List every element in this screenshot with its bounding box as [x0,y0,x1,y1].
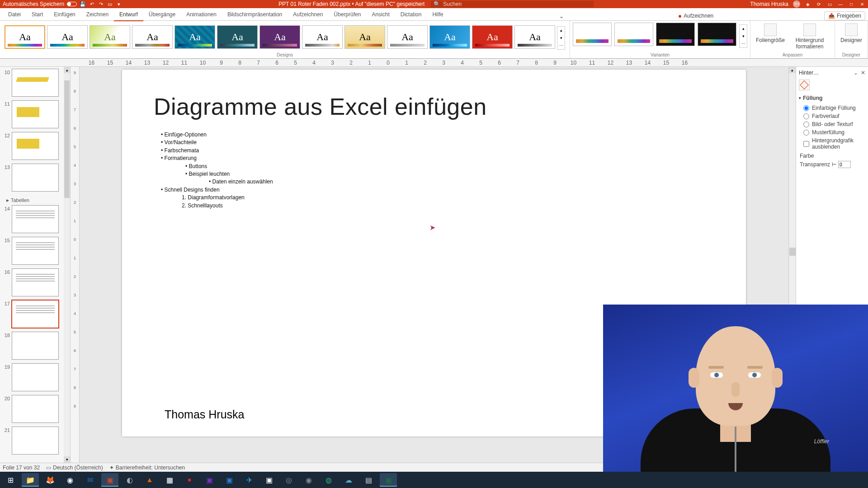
fill-section-header[interactable]: Füllung [799,95,865,101]
thumbnail-slide[interactable] [12,69,59,97]
tab-help[interactable]: Hilfe [427,9,448,20]
taskbar-app[interactable]: ◉ [300,473,317,487]
scroll-up-icon[interactable]: ▴ [64,67,70,73]
theme-item[interactable]: Aa [5,25,45,49]
gallery-more-icon[interactable]: ⋯ [740,40,747,47]
outlook-button[interactable]: ✉ [81,473,99,487]
thumbnail-slide[interactable] [12,205,59,233]
pane-options-icon[interactable]: ⌄ [854,70,858,76]
minimize-icon[interactable]: — [837,1,844,7]
telegram-button[interactable]: ✈ [241,473,258,487]
theme-item[interactable]: Aa [472,25,513,49]
solid-fill-option[interactable]: Einfarbige Füllung [799,104,865,112]
scroll-up-icon[interactable]: ▴ [557,27,565,34]
taskbar-app[interactable]: ▣ [260,473,278,487]
tab-animations[interactable]: Animationen [181,9,222,20]
section-header[interactable]: ▸ Tabellen [2,195,69,205]
from-beginning-icon[interactable]: ▭ [107,1,113,7]
theme-item[interactable]: Aa [302,25,343,49]
fill-tab-icon[interactable] [799,80,810,90]
tab-record[interactable]: Aufzeichnen [288,9,328,20]
thumbnail-slide[interactable] [12,332,59,360]
scrollbar-handle[interactable] [64,80,70,198]
pattern-fill-option[interactable]: Musterfüllung [799,128,865,136]
thumbnail-slide[interactable] [12,164,59,192]
scroll-down-icon[interactable]: ▾ [557,34,565,42]
save-icon[interactable]: 💾 [80,1,86,7]
user-avatar[interactable]: TH [793,0,800,8]
tab-dictation[interactable]: Dictation [395,9,427,20]
window-options-icon[interactable]: ▭ [826,1,833,7]
tab-slideshow[interactable]: Bildschirmpräsentation [222,9,288,20]
variant-item[interactable] [573,23,612,46]
thumbnail-slide[interactable] [12,363,59,391]
gallery-more-icon[interactable]: ⋯ [557,42,565,49]
more-qat-icon[interactable]: ▾ [116,1,122,7]
tab-design[interactable]: Entwurf [114,9,143,20]
theme-item[interactable]: Aa [90,25,130,49]
tab-review[interactable]: Überprüfen [328,9,366,20]
theme-item[interactable]: Aa [344,25,385,49]
theme-item[interactable]: Aa [175,25,215,49]
thumbnail-slide[interactable] [12,395,59,423]
thumbnail-slide[interactable] [12,237,59,265]
thumbnail-slide[interactable] [12,132,59,160]
scroll-up-icon[interactable]: ▴ [740,25,747,33]
taskbar-app[interactable]: ▦ [161,473,178,487]
tab-draw[interactable]: Zeichnen [81,9,114,20]
format-background-button[interactable]: Hintergrund formatieren [788,23,832,51]
scroll-up-icon[interactable]: ▴ [789,67,796,73]
theme-item[interactable]: Aa [217,25,258,49]
picture-fill-option[interactable]: Bild- oder Texturf [799,120,865,128]
undo-icon[interactable]: ↶ [89,1,95,7]
onenote-button[interactable]: ▣ [201,473,218,487]
close-icon[interactable]: ✕ [859,1,865,7]
file-explorer-button[interactable]: 📁 [22,473,39,487]
theme-item[interactable]: Aa [429,25,470,49]
accessibility-status[interactable]: ✦Barrierefreiheit: Untersuchen [109,465,185,471]
theme-item[interactable]: Aa [132,25,173,49]
chrome-button[interactable]: ◉ [61,473,79,487]
maximize-icon[interactable]: □ [848,1,854,7]
language-status[interactable]: ▭Deutsch (Österreich) [46,465,103,471]
redo-icon[interactable]: ↷ [98,1,104,7]
tab-view[interactable]: Ansicht [366,9,395,20]
slide-count[interactable]: Folie 17 von 32 [3,465,40,471]
theme-item[interactable]: Aa [387,25,428,49]
hide-bg-graphics-option[interactable]: Hintergrundgrafik ausblenden [799,136,865,151]
slider-icon[interactable]: ⊢ [832,161,836,168]
tab-insert[interactable]: Einfügen [48,9,80,20]
taskbar-app[interactable]: ☁ [340,473,357,487]
tab-file[interactable]: Datei [3,9,26,20]
thumbnail-slide[interactable] [12,300,59,328]
gradient-fill-option[interactable]: Farbverlauf [799,112,865,120]
thumbnail-slide[interactable] [12,268,59,296]
theme-item[interactable]: Aa [514,25,555,49]
taskbar-app[interactable]: ◍ [320,473,337,487]
visio-button[interactable]: ▣ [221,473,238,487]
slide-size-button[interactable]: Foliengröße [753,23,788,51]
variant-gallery-scroll[interactable]: ▴▾⋯ [739,24,747,48]
thumbnail-slide[interactable] [12,427,59,455]
transparency-input[interactable] [838,161,851,168]
autosave-toggle[interactable] [67,2,77,6]
powerpoint-button[interactable]: ▣ [101,473,118,487]
collapse-ribbon-button[interactable]: ⌄ [556,12,567,20]
taskbar-app[interactable]: ● [181,473,198,487]
scroll-down-icon[interactable]: ▾ [740,33,747,40]
thumbnails-scrollbar[interactable]: ▴ ▾ [64,67,70,463]
firefox-button[interactable]: 🦊 [42,473,59,487]
sync-icon[interactable]: ⟳ [816,1,822,7]
taskbar-app[interactable]: ▤ [360,473,377,487]
start-button[interactable]: ⊞ [2,473,19,487]
taskbar-app[interactable]: ◐ [121,473,138,487]
theme-gallery-scroll[interactable]: ▴▾⋯ [557,26,565,50]
variant-item[interactable] [656,23,695,46]
tab-start[interactable]: Start [26,9,48,20]
tab-transitions[interactable]: Übergänge [143,9,181,20]
record-button[interactable]: ●Aufzeichnen [675,11,717,20]
theme-item[interactable]: Aa [47,25,88,49]
excel-button[interactable]: ▣ [380,473,397,487]
thumbnail-slide[interactable] [12,100,59,128]
diamond-icon[interactable]: ◈ [805,1,811,7]
